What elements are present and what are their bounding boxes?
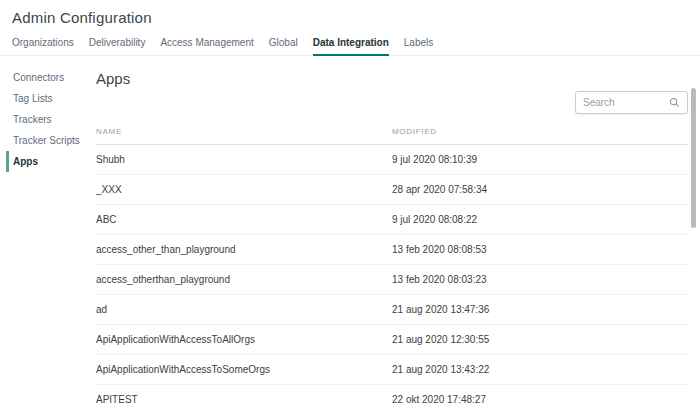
- tab-global[interactable]: Global: [269, 37, 298, 55]
- sidebar-item-tag-lists[interactable]: Tag Lists: [6, 88, 96, 109]
- cell-modified: 21 aug 2020 13:43:22: [392, 355, 688, 385]
- cell-modified: 13 feb 2020 08:03:23: [392, 265, 688, 295]
- table-row[interactable]: ApiApplicationWithAccessToAllOrgs 21 aug…: [96, 325, 688, 355]
- tab-organizations[interactable]: Organizations: [12, 37, 74, 55]
- table-row[interactable]: Shubh 9 jul 2020 08:10:39: [96, 145, 688, 175]
- table-row[interactable]: APITEST 22 okt 2020 17:48:27: [96, 385, 688, 404]
- table-header-row: NAME MODIFIED: [96, 118, 688, 145]
- cell-name: _XXX: [96, 175, 392, 205]
- vertical-scrollbar[interactable]: [691, 88, 696, 228]
- tab-access-management[interactable]: Access Management: [160, 37, 253, 55]
- sidebar-item-trackers[interactable]: Trackers: [6, 109, 96, 130]
- admin-configuration-page: Admin Configuration Organizations Delive…: [0, 0, 700, 404]
- table-row[interactable]: ad 21 aug 2020 13:47:36: [96, 295, 688, 325]
- cell-name: Shubh: [96, 145, 392, 175]
- tab-labels[interactable]: Labels: [404, 37, 433, 55]
- page-title: Admin Configuration: [0, 0, 700, 26]
- sidebar-item-apps[interactable]: Apps: [6, 151, 96, 172]
- cell-modified: 28 apr 2020 07:58:34: [392, 175, 688, 205]
- sidebar-item-tracker-scripts[interactable]: Tracker Scripts: [6, 130, 96, 151]
- search-icon[interactable]: [669, 97, 680, 108]
- column-header-modified: MODIFIED: [392, 118, 688, 145]
- cell-name: access_otherthan_playground: [96, 265, 392, 295]
- table-row[interactable]: access_otherthan_playground 13 feb 2020 …: [96, 265, 688, 295]
- cell-name: APITEST: [96, 385, 392, 404]
- cell-name: ABC: [96, 205, 392, 235]
- cell-name: ApiApplicationWithAccessToSomeOrgs: [96, 355, 392, 385]
- cell-modified: 9 jul 2020 08:08:22: [392, 205, 688, 235]
- tab-data-integration[interactable]: Data Integration: [313, 37, 389, 56]
- sidebar-item-connectors[interactable]: Connectors: [6, 67, 96, 88]
- section-title: Apps: [96, 70, 688, 87]
- apps-table: NAME MODIFIED Shubh 9 jul 2020 08:10:39 …: [96, 118, 688, 404]
- column-header-name: NAME: [96, 118, 392, 145]
- cell-modified: 21 aug 2020 13:47:36: [392, 295, 688, 325]
- content-area: Connectors Tag Lists Trackers Tracker Sc…: [0, 56, 700, 404]
- table-row[interactable]: _XXX 28 apr 2020 07:58:34: [96, 175, 688, 205]
- cell-modified: 13 feb 2020 08:08:53: [392, 235, 688, 265]
- tab-deliverability[interactable]: Deliverability: [89, 37, 146, 55]
- search-box: [575, 91, 688, 114]
- cell-modified: 22 okt 2020 17:48:27: [392, 385, 688, 404]
- search-input[interactable]: [583, 97, 669, 108]
- cell-name: access_other_than_playground: [96, 235, 392, 265]
- search-row: [96, 91, 688, 114]
- table-row[interactable]: ApiApplicationWithAccessToSomeOrgs 21 au…: [96, 355, 688, 385]
- sidebar: Connectors Tag Lists Trackers Tracker Sc…: [0, 56, 96, 172]
- cell-name: ApiApplicationWithAccessToAllOrgs: [96, 325, 392, 355]
- main-panel: Apps NAME MODIFIED: [96, 56, 700, 404]
- table-row[interactable]: ABC 9 jul 2020 08:08:22: [96, 205, 688, 235]
- cell-modified: 21 aug 2020 12:30:55: [392, 325, 688, 355]
- cell-name: ad: [96, 295, 392, 325]
- table-row[interactable]: access_other_than_playground 13 feb 2020…: [96, 235, 688, 265]
- cell-modified: 9 jul 2020 08:10:39: [392, 145, 688, 175]
- tab-bar: Organizations Deliverability Access Mana…: [0, 26, 700, 56]
